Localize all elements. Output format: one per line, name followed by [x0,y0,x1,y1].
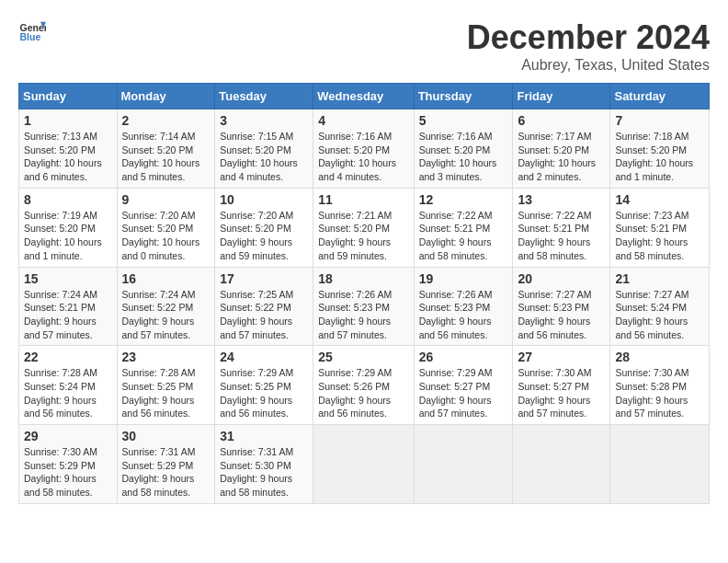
table-cell: 23Sunrise: 7:28 AMSunset: 5:25 PMDayligh… [117,346,215,425]
day-number: 25 [318,350,408,364]
day-info: Sunrise: 7:20 AMSunset: 5:20 PMDaylight:… [220,209,308,263]
day-number: 22 [24,350,112,364]
day-number: 21 [615,271,704,286]
day-info: Sunrise: 7:23 AMSunset: 5:21 PMDaylight:… [615,209,704,263]
table-cell: 25Sunrise: 7:29 AMSunset: 5:26 PMDayligh… [313,346,414,425]
table-cell: 27Sunrise: 7:30 AMSunset: 5:27 PMDayligh… [513,346,610,425]
day-number: 27 [518,350,605,364]
day-info: Sunrise: 7:30 AMSunset: 5:28 PMDaylight:… [615,366,704,420]
day-info: Sunrise: 7:31 AMSunset: 5:30 PMDaylight:… [220,445,308,500]
calendar-row: 22Sunrise: 7:28 AMSunset: 5:24 PMDayligh… [19,346,710,425]
day-number: 4 [318,113,408,128]
table-cell: 9Sunrise: 7:20 AMSunset: 5:20 PMDaylight… [117,188,215,267]
day-number: 28 [615,350,704,364]
day-info: Sunrise: 7:26 AMSunset: 5:23 PMDaylight:… [318,288,408,342]
day-number: 31 [220,429,308,443]
day-number: 23 [122,350,210,364]
day-info: Sunrise: 7:22 AMSunset: 5:21 PMDaylight:… [419,209,508,263]
day-info: Sunrise: 7:17 AMSunset: 5:20 PMDaylight:… [518,130,605,184]
table-cell: 11Sunrise: 7:21 AMSunset: 5:20 PMDayligh… [313,188,414,267]
day-number: 13 [518,192,605,207]
day-info: Sunrise: 7:22 AMSunset: 5:21 PMDaylight:… [518,209,605,263]
day-info: Sunrise: 7:24 AMSunset: 5:21 PMDaylight:… [24,288,112,342]
logo: General Blue [18,18,46,46]
table-cell: 18Sunrise: 7:26 AMSunset: 5:23 PMDayligh… [313,267,414,346]
table-cell: 13Sunrise: 7:22 AMSunset: 5:21 PMDayligh… [513,188,610,267]
table-cell: 20Sunrise: 7:27 AMSunset: 5:23 PMDayligh… [513,267,610,346]
col-wednesday: Wednesday [313,84,414,109]
col-thursday: Thursday [414,84,513,109]
table-cell: 5Sunrise: 7:16 AMSunset: 5:20 PMDaylight… [414,109,513,189]
svg-text:Blue: Blue [20,31,41,42]
day-number: 20 [518,271,605,286]
day-info: Sunrise: 7:13 AMSunset: 5:20 PMDaylight:… [24,130,112,184]
table-cell: 17Sunrise: 7:25 AMSunset: 5:22 PMDayligh… [215,267,313,346]
table-cell: 31Sunrise: 7:31 AMSunset: 5:30 PMDayligh… [215,425,313,504]
month-title: December 2024 [467,18,710,57]
day-number: 10 [220,192,308,207]
table-cell: 2Sunrise: 7:14 AMSunset: 5:20 PMDaylight… [117,109,215,189]
table-cell [414,425,513,504]
day-info: Sunrise: 7:29 AMSunset: 5:25 PMDaylight:… [220,366,308,420]
table-cell: 14Sunrise: 7:23 AMSunset: 5:21 PMDayligh… [610,188,710,267]
day-info: Sunrise: 7:28 AMSunset: 5:24 PMDaylight:… [24,366,112,420]
col-saturday: Saturday [610,84,710,109]
table-cell: 26Sunrise: 7:29 AMSunset: 5:27 PMDayligh… [414,346,513,425]
table-cell: 1Sunrise: 7:13 AMSunset: 5:20 PMDaylight… [19,109,118,189]
header-row: Sunday Monday Tuesday Wednesday Thursday… [19,84,710,109]
table-cell: 12Sunrise: 7:22 AMSunset: 5:21 PMDayligh… [414,188,513,267]
day-info: Sunrise: 7:29 AMSunset: 5:26 PMDaylight:… [318,366,408,420]
col-sunday: Sunday [19,84,118,109]
day-number: 26 [419,350,508,364]
day-number: 29 [24,429,112,443]
day-number: 5 [419,113,508,128]
table-cell: 3Sunrise: 7:15 AMSunset: 5:20 PMDaylight… [215,109,313,189]
table-cell [313,425,414,504]
calendar-row: 29Sunrise: 7:30 AMSunset: 5:29 PMDayligh… [19,425,710,504]
day-info: Sunrise: 7:26 AMSunset: 5:23 PMDaylight:… [419,288,508,342]
table-cell: 21Sunrise: 7:27 AMSunset: 5:24 PMDayligh… [610,267,710,346]
table-cell: 19Sunrise: 7:26 AMSunset: 5:23 PMDayligh… [414,267,513,346]
day-number: 14 [615,192,704,207]
table-cell [610,425,710,504]
day-info: Sunrise: 7:16 AMSunset: 5:20 PMDaylight:… [318,130,408,184]
col-friday: Friday [513,84,610,109]
day-number: 11 [318,192,408,207]
table-cell: 30Sunrise: 7:31 AMSunset: 5:29 PMDayligh… [117,425,215,504]
table-cell: 6Sunrise: 7:17 AMSunset: 5:20 PMDaylight… [513,109,610,189]
day-info: Sunrise: 7:28 AMSunset: 5:25 PMDaylight:… [122,366,210,420]
day-info: Sunrise: 7:30 AMSunset: 5:27 PMDaylight:… [518,366,605,420]
day-number: 6 [518,113,605,128]
day-number: 24 [220,350,308,364]
table-cell: 29Sunrise: 7:30 AMSunset: 5:29 PMDayligh… [19,425,118,504]
day-number: 7 [615,113,704,128]
day-number: 19 [419,271,508,286]
table-cell [513,425,610,504]
col-tuesday: Tuesday [215,84,313,109]
day-number: 8 [24,192,112,207]
day-number: 30 [122,429,210,443]
day-number: 9 [122,192,210,207]
table-cell: 22Sunrise: 7:28 AMSunset: 5:24 PMDayligh… [19,346,118,425]
day-info: Sunrise: 7:19 AMSunset: 5:20 PMDaylight:… [24,209,112,263]
calendar-row: 8Sunrise: 7:19 AMSunset: 5:20 PMDaylight… [19,188,710,267]
day-info: Sunrise: 7:18 AMSunset: 5:20 PMDaylight:… [615,130,704,184]
day-info: Sunrise: 7:27 AMSunset: 5:24 PMDaylight:… [615,288,704,342]
title-area: December 2024 Aubrey, Texas, United Stat… [467,18,710,74]
table-cell: 10Sunrise: 7:20 AMSunset: 5:20 PMDayligh… [215,188,313,267]
calendar-body: 1Sunrise: 7:13 AMSunset: 5:20 PMDaylight… [19,109,710,504]
day-info: Sunrise: 7:21 AMSunset: 5:20 PMDaylight:… [318,209,408,263]
day-number: 16 [122,271,210,286]
col-monday: Monday [117,84,215,109]
table-cell: 7Sunrise: 7:18 AMSunset: 5:20 PMDaylight… [610,109,710,189]
day-info: Sunrise: 7:20 AMSunset: 5:20 PMDaylight:… [122,209,210,263]
day-info: Sunrise: 7:27 AMSunset: 5:23 PMDaylight:… [518,288,605,342]
day-info: Sunrise: 7:15 AMSunset: 5:20 PMDaylight:… [220,130,308,184]
day-number: 17 [220,271,308,286]
day-number: 3 [220,113,308,128]
table-cell: 16Sunrise: 7:24 AMSunset: 5:22 PMDayligh… [117,267,215,346]
calendar-row: 1Sunrise: 7:13 AMSunset: 5:20 PMDaylight… [19,109,710,189]
table-cell: 4Sunrise: 7:16 AMSunset: 5:20 PMDaylight… [313,109,414,189]
location-title: Aubrey, Texas, United States [467,57,710,74]
day-info: Sunrise: 7:25 AMSunset: 5:22 PMDaylight:… [220,288,308,342]
